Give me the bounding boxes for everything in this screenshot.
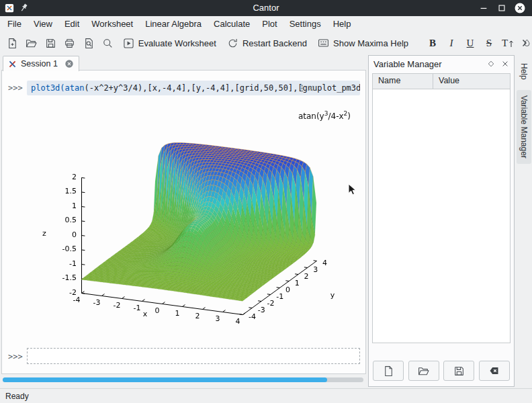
panel-float-icon[interactable] xyxy=(487,60,495,68)
variable-manager-header: Variable Manager xyxy=(369,56,514,72)
toolbar: Evaluate Worksheet Restart Backend Show … xyxy=(0,32,532,54)
new-variable-button[interactable] xyxy=(373,361,404,381)
strikethrough-button[interactable]: S xyxy=(480,35,498,52)
new-command-entry[interactable] xyxy=(27,348,360,364)
maxima-help-label: Show Maxima Help xyxy=(333,38,408,48)
superscript-arrow-icon xyxy=(508,40,514,48)
maximize-button[interactable] xyxy=(496,3,507,13)
minimize-button[interactable] xyxy=(478,3,489,13)
plot-title-part: atan(y xyxy=(298,111,324,121)
drag-handle-icon[interactable] xyxy=(301,87,303,89)
find-button[interactable] xyxy=(99,34,116,52)
print-preview-button[interactable] xyxy=(80,34,97,52)
variable-manager-title: Variable Manager xyxy=(373,59,481,69)
menu-plot[interactable]: Plot xyxy=(256,16,283,32)
variable-table-body[interactable] xyxy=(373,89,510,343)
maxima-help-icon xyxy=(318,38,329,49)
save-button[interactable] xyxy=(42,34,59,52)
toolbar-overflow-chevron[interactable] xyxy=(519,38,530,48)
clear-variables-button[interactable] xyxy=(479,361,510,381)
column-header-name[interactable]: Name xyxy=(373,74,433,89)
window-controls xyxy=(478,3,525,13)
entry-prompt: >>> xyxy=(8,352,23,361)
tab-session-1[interactable]: Session 1 xyxy=(3,56,79,71)
evaluate-icon xyxy=(123,38,134,49)
dock-tab-variable-manager[interactable]: Variable Manager xyxy=(517,90,531,164)
restart-label: Restart Backend xyxy=(242,38,307,48)
evaluate-worksheet-button[interactable]: Evaluate Worksheet xyxy=(118,34,221,52)
save-variables-button[interactable] xyxy=(443,361,474,381)
mouse-cursor xyxy=(348,183,357,196)
new-worksheet-button[interactable] xyxy=(3,34,21,52)
session-tab-label: Session 1 xyxy=(21,59,58,69)
column-header-value[interactable]: Value xyxy=(433,74,510,89)
menu-settings[interactable]: Settings xyxy=(283,16,327,32)
menu-linear-algebra[interactable]: Linear Algebra xyxy=(139,16,208,32)
menu-view[interactable]: View xyxy=(28,16,58,32)
load-variables-button[interactable] xyxy=(408,361,439,381)
variable-table: Name Value xyxy=(372,73,511,343)
command-prompt: >>> xyxy=(8,83,23,93)
restart-icon xyxy=(227,38,238,49)
underline-button[interactable]: U xyxy=(461,35,479,52)
statusbar: Ready xyxy=(0,388,532,403)
gnuplot-surface-canvas xyxy=(31,101,361,342)
close-button[interactable] xyxy=(515,3,525,13)
code-token: plot3d( xyxy=(31,83,65,93)
panel-close-icon[interactable] xyxy=(501,60,509,68)
menu-edit[interactable]: Edit xyxy=(58,16,85,32)
menu-calculate[interactable]: Calculate xyxy=(208,16,256,32)
italic-button[interactable]: I xyxy=(443,35,460,52)
progress-fill xyxy=(3,377,327,382)
plot-result: atan(y3/4-x2) xyxy=(31,101,361,342)
dock-tab-help[interactable]: Help xyxy=(517,58,531,85)
command-entry[interactable]: plot3d(atan(-x^2+y^3/4),[x,-4,4],[y,-4,4… xyxy=(27,81,360,95)
menu-worksheet[interactable]: Worksheet xyxy=(85,16,139,32)
bold-button[interactable]: B xyxy=(424,35,441,52)
window-title: Cantor xyxy=(0,0,532,16)
cell-controls xyxy=(301,81,356,95)
variable-manager-toolbar xyxy=(369,361,514,381)
print-button[interactable] xyxy=(60,34,78,52)
menu-help[interactable]: Help xyxy=(327,16,357,32)
code-token: atan xyxy=(65,83,85,93)
tab-close-icon[interactable] xyxy=(64,59,74,69)
show-maxima-help-button[interactable]: Show Maxima Help xyxy=(313,34,413,52)
superscript-button[interactable]: T xyxy=(499,35,517,52)
worksheet[interactable]: >>> plot3d(atan(-x^2+y^3/4),[x,-4,4],[y,… xyxy=(1,70,366,374)
menu-file[interactable]: File xyxy=(1,16,28,32)
progress-bar xyxy=(3,377,363,382)
titlebar: Cantor xyxy=(0,0,532,16)
evaluate-label: Evaluate Worksheet xyxy=(138,38,216,48)
superscript-label: T xyxy=(502,38,508,49)
variable-table-header: Name Value xyxy=(373,74,510,89)
variable-manager-panel: Variable Manager Name Value xyxy=(368,55,515,387)
session-icon xyxy=(8,60,17,69)
cantor-window: Cantor File View Edit Worksheet Linear A… xyxy=(0,0,532,403)
restart-backend-button[interactable]: Restart Backend xyxy=(222,34,312,52)
open-worksheet-button[interactable] xyxy=(22,34,40,52)
cell-close-icon[interactable] xyxy=(308,81,356,95)
plot-title-part: ) xyxy=(347,111,351,121)
plot-title-part: /4-x xyxy=(328,111,343,121)
menubar: File View Edit Worksheet Linear Algebra … xyxy=(0,16,532,32)
status-text: Ready xyxy=(5,392,29,401)
format-group: B I U S T xyxy=(424,35,532,52)
plot-title: atan(y3/4-x2) xyxy=(298,110,351,121)
